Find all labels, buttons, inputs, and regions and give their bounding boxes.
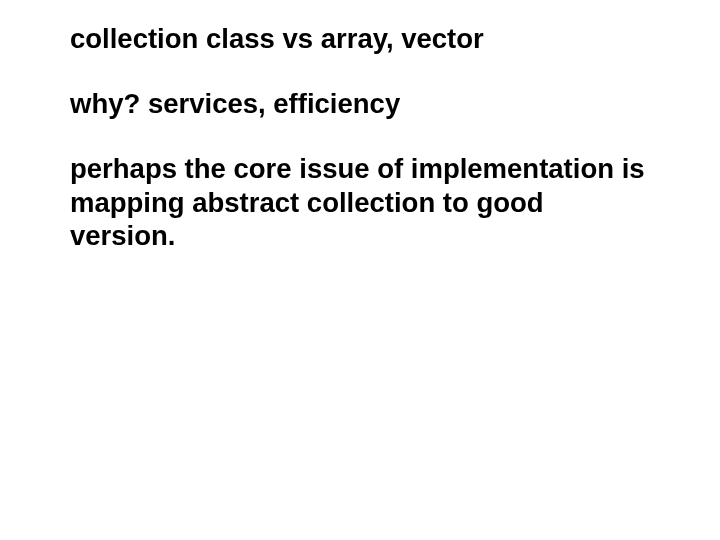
heading-line-2: why? services, efficiency [70,87,650,120]
body-paragraph: perhaps the core issue of implementation… [70,152,650,253]
heading-line-1: collection class vs array, vector [70,22,650,55]
slide-content: collection class vs array, vector why? s… [0,0,720,275]
